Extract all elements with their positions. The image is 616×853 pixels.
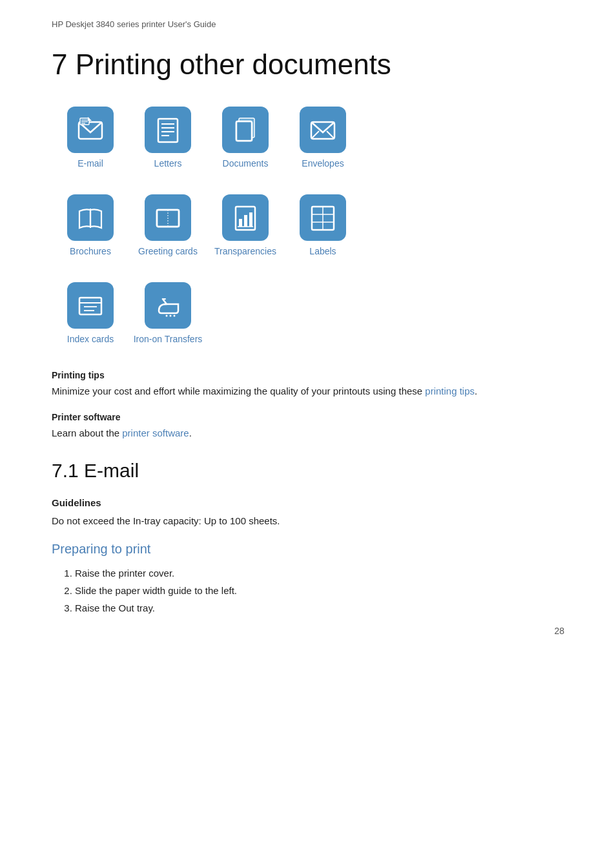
svg-rect-23 [239,219,242,227]
email-label[interactable]: E-mail [77,158,103,169]
tips-text-post: . [475,385,477,396]
svg-rect-24 [244,215,247,227]
letters-icon [154,116,182,144]
icon-row-1: E-mail Letters [52,107,564,184]
svg-point-38 [170,315,172,317]
guidelines-heading: Guidelines [52,497,564,508]
printer-software-text: Learn about the printer software. [52,426,564,441]
svg-line-17 [327,131,334,139]
icon-item-index-cards[interactable]: Index cards [52,282,129,344]
envelopes-label[interactable]: Envelopes [302,158,344,169]
printing-tips-section: Printing tips Minimize your cost and eff… [52,370,564,440]
icon-item-transparencies[interactable]: Transparencies [207,194,284,256]
greeting-cards-label[interactable]: Greeting cards [138,246,198,256]
svg-marker-5 [88,117,92,121]
iron-on-transfers-icon-box [145,282,191,329]
icon-item-documents[interactable]: Documents [207,107,284,169]
preparing-to-print-heading: Preparing to print [52,542,564,557]
labels-icon [309,203,337,232]
printer-software-heading: Printer software [52,412,564,422]
icon-item-labels[interactable]: Labels [284,194,362,256]
icon-row-3: Index cards Iron-on Transfers [52,282,564,360]
breadcrumb: HP Deskjet 3840 series printer User's Gu… [52,19,564,29]
greeting-cards-icon [154,203,182,232]
icon-item-email[interactable]: E-mail [52,107,129,169]
labels-label[interactable]: Labels [309,246,336,256]
email-icon-box [67,107,114,153]
icon-item-greeting-cards[interactable]: Greeting cards [129,194,207,256]
icon-item-brochures[interactable]: Brochures [52,194,129,256]
svg-rect-6 [158,119,178,142]
iron-on-transfers-icon [154,291,182,320]
transparencies-icon-box [222,194,269,241]
index-cards-icon-box [67,282,114,329]
documents-label[interactable]: Documents [223,158,269,169]
printing-tips-heading: Printing tips [52,370,564,380]
preparing-step-2: Slide the paper width guide to the left. [75,582,564,599]
software-text-post: . [189,427,192,438]
labels-icon-box [300,194,346,241]
page-number: 28 [554,626,564,636]
transparencies-icon [231,203,260,232]
documents-icon [231,116,260,144]
preparing-step-3: Raise the Out tray. [75,599,564,617]
email-icon [76,116,105,144]
icon-item-letters[interactable]: Letters [129,107,207,169]
svg-point-39 [174,315,176,317]
brochures-icon [76,203,105,232]
svg-rect-31 [79,298,101,314]
iron-on-transfers-label[interactable]: Iron-on Transfers [134,334,203,344]
tips-text-pre: Minimize your cost and effort while maxi… [52,385,425,396]
envelopes-icon-box [300,107,346,153]
icon-item-envelopes[interactable]: Envelopes [284,107,362,169]
brochures-label[interactable]: Brochures [70,246,111,256]
icon-item-iron-on-transfers[interactable]: Iron-on Transfers [129,282,207,344]
svg-point-37 [166,315,168,317]
greeting-cards-icon-box [145,194,191,241]
printing-tips-link[interactable]: printing tips [425,385,475,396]
letters-label[interactable]: Letters [154,158,182,169]
brochures-icon-box [67,194,114,241]
documents-icon-box [222,107,269,153]
index-cards-icon [76,291,105,320]
icon-row-2: Brochures Greeting cards [52,194,564,272]
printing-tips-text: Minimize your cost and effort while maxi… [52,384,564,399]
section-7-1-title: 7.1 E-mail [52,460,564,482]
svg-rect-25 [249,212,252,227]
printer-software-link[interactable]: printer software [122,427,189,438]
transparencies-label[interactable]: Transparencies [214,246,276,256]
guidelines-text: Do not exceed the In-tray capacity: Up t… [52,513,564,529]
preparing-steps-list: Raise the printer cover. Slide the paper… [75,564,564,617]
chapter-title: 7 Printing other documents [52,48,564,81]
letters-icon-box [145,107,191,153]
software-text-pre: Learn about the [52,427,122,438]
svg-line-35 [163,299,167,304]
svg-rect-20 [157,210,179,227]
svg-rect-13 [236,121,252,141]
envelopes-icon [309,116,337,144]
svg-line-16 [311,131,319,139]
index-cards-label[interactable]: Index cards [67,334,114,344]
preparing-step-1: Raise the printer cover. [75,564,564,582]
